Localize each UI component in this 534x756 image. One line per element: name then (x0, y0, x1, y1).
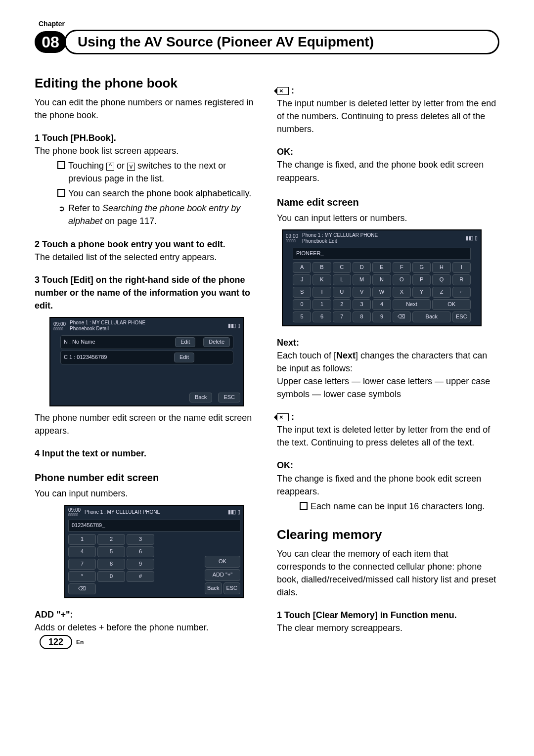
key-2[interactable]: 2 (97, 534, 125, 545)
square-bullet-icon (300, 502, 308, 510)
next-text-1: Each touch of [Next] changes the charact… (277, 349, 499, 375)
down-icon: v (127, 163, 135, 171)
page-title: Using the AV Source (Pioneer AV Equipmen… (64, 30, 499, 54)
key-9[interactable]: 9 (127, 559, 154, 570)
backspace-text: The input number is deleted letter by le… (277, 97, 499, 135)
heading-name-edit: Name edit screen (277, 195, 499, 210)
up-icon: ^ (106, 163, 114, 171)
step-4: 4 Input the text or number. (35, 447, 257, 460)
add-plus-button[interactable]: ADD "+" (205, 569, 240, 581)
fig-time-icon: 09:00▯▯▯▯▯ (286, 234, 298, 242)
key-6[interactable]: 6 (127, 546, 154, 557)
signal-icon: ▮◧ ▯ (228, 508, 240, 516)
clearing-intro: You can clear the memory of each item th… (277, 547, 499, 599)
backspace-icon (277, 413, 289, 421)
step-2: 2 Touch a phone book entry you want to e… (35, 238, 257, 251)
numeric-keypad[interactable]: 1 2 3 4 5 6 7 8 9 * 0 # ⌫ (68, 534, 154, 594)
add-plus-heading: ADD "+": (35, 608, 257, 621)
name-edit-intro: You can input letters or numbers. (277, 212, 499, 224)
key-7[interactable]: 7 (68, 559, 96, 570)
ok-text: The change is fixed, and the phone book … (277, 158, 499, 184)
signal-icon: ▮◧ ▯ (465, 234, 478, 242)
key-5[interactable]: 5 (97, 546, 125, 557)
backspace2-text: The input text is deleted letter by lett… (277, 423, 499, 449)
detail-row-name[interactable]: N : No Name Edit Delete (60, 335, 233, 349)
next-text-2: Upper case letters — lower case letters … (277, 375, 499, 400)
ok-button[interactable]: OK (432, 299, 471, 310)
right-column: : The input number is deleted letter by … (277, 74, 499, 634)
back-button[interactable]: Back (189, 393, 212, 402)
page-header: 08 Using the AV Source (Pioneer AV Equip… (35, 30, 499, 54)
heading-clearing: Clearing memory (277, 526, 499, 544)
add-plus-text: Adds or deletes + before the phone numbe… (35, 621, 257, 634)
backspace-key[interactable]: ⌫ (393, 311, 411, 322)
figure-name-edit: 09:00▯▯▯▯▯ Phone 1 : MY CELLULAR PHONEPh… (282, 229, 482, 326)
bullet-ref: ➲ Refer to Searching the phone book entr… (54, 202, 257, 227)
backspace2-heading: : (277, 410, 499, 423)
chapter-label: Chapter (39, 20, 499, 28)
ok-heading: OK: (277, 145, 499, 158)
esc-button[interactable]: ESC (223, 582, 241, 594)
key-star[interactable]: * (68, 571, 96, 582)
fig-time-icon: 09:00▯▯▯▯▯ (68, 508, 81, 516)
alpha-keypad[interactable]: ABCDEFGHI JKLMNOPQR STUVWXYZ← (283, 261, 481, 299)
detail-row-number[interactable]: C 1 : 0123456789 Edit (60, 351, 233, 364)
step-3-after: The phone number edit screen or the name… (35, 411, 257, 437)
name-input[interactable]: PIONEER_ (293, 248, 471, 260)
key-1[interactable]: 1 (68, 534, 96, 545)
key-hash[interactable]: # (127, 571, 154, 582)
edit-button[interactable]: Edit (174, 353, 194, 362)
step-2-body: The detailed list of the selected entry … (35, 251, 257, 264)
bullet-paging: Touching ^ or v switches to the next or … (54, 159, 257, 185)
step-1: 1 Touch [PH.Book]. (35, 132, 257, 144)
chapter-number-badge: 08 (35, 31, 66, 53)
square-bullet-icon (57, 189, 65, 197)
step-1-body: The phone book list screen appears. (35, 144, 257, 157)
backspace-icon (277, 87, 289, 95)
number-input[interactable]: 0123456789_ (68, 520, 240, 532)
left-column: Editing the phone book You can edit the … (35, 74, 257, 634)
fig-time-icon: 09:00▯▯▯▯▯ (53, 322, 66, 330)
clear-step-1: 1 Touch [Clear Memory] in Function menu. (277, 609, 499, 622)
key-3[interactable]: 3 (127, 534, 154, 545)
backspace-heading: : (277, 84, 499, 97)
intro-text: You can edit the phone numbers or names … (35, 96, 257, 122)
phone-edit-intro: You can input numbers. (35, 487, 257, 500)
heading-editing: Editing the phone book (35, 74, 257, 93)
backspace-key[interactable]: ⌫ (68, 583, 96, 594)
heading-phone-edit: Phone number edit screen (35, 471, 257, 485)
key-4[interactable]: 4 (68, 546, 96, 557)
ok-button[interactable]: OK (205, 556, 240, 568)
ok2-heading: OK: (277, 459, 499, 472)
ref-arrow-icon: ➲ (54, 203, 68, 214)
bullet-alpha-search: You can search the phone book alphabetic… (54, 187, 257, 200)
bullet-16chars: Each name can be input 16 characters lon… (297, 500, 499, 513)
figure-phonebook-detail: 09:00▯▯▯▯▯ Phone 1 : MY CELLULAR PHONEPh… (49, 317, 244, 406)
esc-button[interactable]: ESC (218, 393, 240, 402)
delete-button[interactable]: Delete (203, 337, 230, 347)
page-number: 122 En (40, 635, 84, 649)
next-button[interactable]: Next (393, 299, 431, 310)
next-heading: Next: (277, 336, 499, 349)
back-button[interactable]: Back (412, 311, 451, 322)
ok2-text: The change is fixed and the phone book e… (277, 472, 499, 498)
esc-button[interactable]: ESC (452, 311, 471, 322)
edit-button[interactable]: Edit (175, 337, 195, 347)
step-3: 3 Touch [Edit] on the right-hand side of… (35, 273, 257, 312)
signal-icon: ▮◧ ▯ (228, 322, 240, 330)
figure-number-edit: 09:00▯▯▯▯▯ Phone 1 : MY CELLULAR PHONE ▮… (64, 505, 244, 598)
key-0[interactable]: 0 (97, 571, 125, 582)
square-bullet-icon (57, 161, 65, 169)
back-button[interactable]: Back (205, 582, 222, 594)
clear-step-1-body: The clear memory screappears. (277, 622, 499, 634)
key-8[interactable]: 8 (97, 559, 125, 570)
